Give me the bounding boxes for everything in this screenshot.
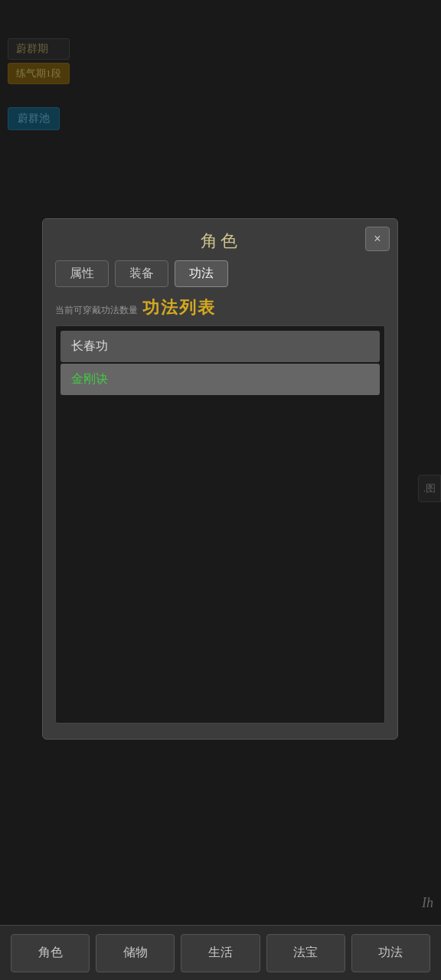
nav-btn-treasure[interactable]: 法宝	[266, 934, 345, 972]
section-header: 当前可穿戴功法数量 功法列表	[55, 296, 385, 319]
watermark: Ih	[422, 895, 433, 911]
modal-tabs: 属性 装备 功法	[43, 260, 397, 296]
modal-title: 角色	[201, 230, 240, 253]
nav-btn-storage[interactable]: 储物	[96, 934, 175, 972]
skill-item-changchungong[interactable]: 长春功	[60, 331, 380, 362]
skill-list: 长春功 金刚诀	[55, 325, 385, 724]
modal-header: 角色 ×	[43, 219, 397, 260]
character-modal: 角色 × 属性 装备 功法 当前可穿戴功法数量 功法列表 长春功 金刚诀	[42, 218, 398, 740]
modal-close-button[interactable]: ×	[365, 227, 390, 251]
nav-btn-character[interactable]: 角色	[11, 934, 90, 972]
section-title: 功法列表	[142, 296, 216, 319]
tab-skills[interactable]: 功法	[175, 260, 228, 287]
bottom-nav: 角色 储物 生活 法宝 功法	[0, 925, 441, 980]
tab-equipment[interactable]: 装备	[115, 260, 168, 287]
nav-btn-skills[interactable]: 功法	[351, 934, 430, 972]
section-subtitle: 当前可穿戴功法数量	[55, 304, 138, 317]
skill-item-jingangjue[interactable]: 金刚诀	[60, 364, 380, 395]
modal-content: 当前可穿戴功法数量 功法列表 长春功 金刚诀	[43, 296, 397, 724]
tab-attributes[interactable]: 属性	[55, 260, 109, 287]
nav-btn-life[interactable]: 生活	[181, 934, 260, 972]
